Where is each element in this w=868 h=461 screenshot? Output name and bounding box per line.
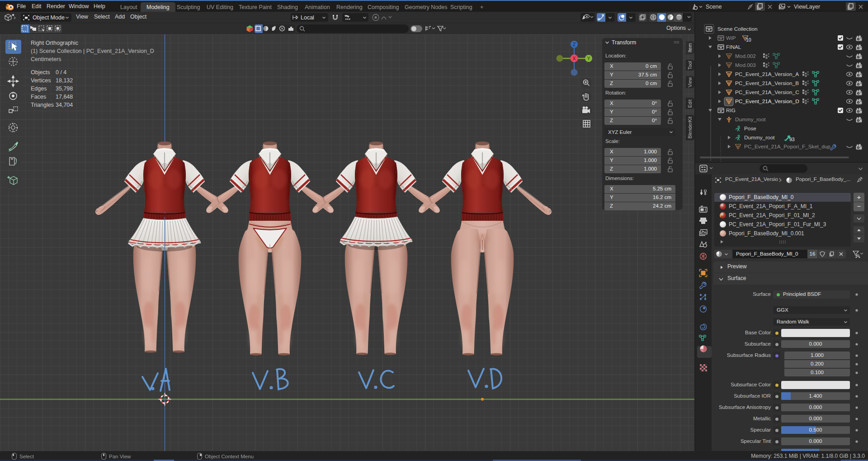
svg-text:PC_Event_21A_Version_D: PC_Event_21A_Version_D	[735, 98, 799, 105]
svg-text:Popori_F_BaseBody_MI_0: Popori_F_BaseBody_MI_0	[729, 194, 794, 200]
svg-text:PC_Event_21A_Version_C: PC_Event_21A_Version_C	[735, 89, 799, 95]
svg-text:PC_Event_21A_Popori_F_A_MI_1: PC_Event_21A_Popori_F_A_MI_1	[729, 203, 813, 209]
svg-text:PC_Event_21A_Popori_F_01_Fur_M: PC_Event_21A_Popori_F_01_Fur_MI_3	[729, 221, 826, 228]
svg-text:FINAL: FINAL	[726, 44, 741, 50]
svg-text:93: 93	[789, 137, 795, 142]
svg-text:Mod.002: Mod.002	[735, 53, 756, 59]
svg-text:PC_Event_21A_Version_B: PC_Event_21A_Version_B	[735, 80, 799, 86]
svg-text:X: X	[573, 56, 576, 61]
svg-text:PC_Event_21A_Popori_F_Skel_dup: PC_Event_21A_Popori_F_Skel_dup	[744, 143, 830, 150]
svg-text:Scene Collection: Scene Collection	[717, 26, 758, 32]
svg-text:Dummy_root: Dummy_root	[744, 134, 775, 141]
svg-text:PC_Event_21A_Version_A: PC_Event_21A_Version_A	[735, 71, 799, 77]
svg-text:Mod.003: Mod.003	[735, 62, 756, 68]
svg-text:10: 10	[746, 37, 751, 43]
svg-text:Pose: Pose	[744, 125, 756, 132]
svg-text:RIG: RIG	[726, 107, 736, 114]
svg-text:Z: Z	[573, 42, 576, 47]
svg-text:WiP: WiP	[726, 35, 736, 41]
svg-text:Dummy_root: Dummy_root	[735, 116, 766, 123]
svg-text:PC_Event_21A_Popori_F_01_MI_2: PC_Event_21A_Popori_F_01_MI_2	[729, 212, 815, 219]
svg-text:Popori_F_BaseBody_MI_0.001: Popori_F_BaseBody_MI_0.001	[729, 230, 804, 237]
svg-text:Y: Y	[587, 56, 590, 61]
